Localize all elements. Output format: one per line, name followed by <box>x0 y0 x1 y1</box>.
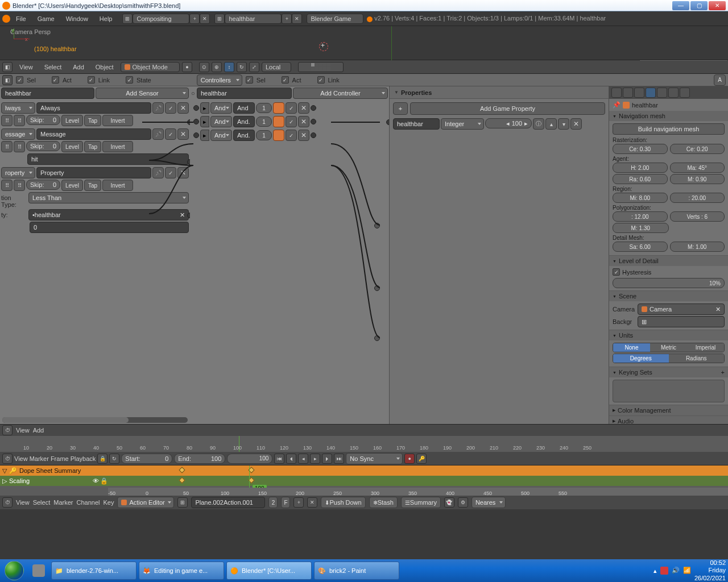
check-icon[interactable]: ✓ <box>165 128 176 140</box>
sensor-name-property[interactable]: Property <box>36 167 151 178</box>
level-button[interactable]: Level <box>61 141 83 152</box>
sync-icon[interactable]: ↻ <box>109 454 119 464</box>
timeline-ruler[interactable]: 1020304050607080901001101201301401501601… <box>0 436 728 452</box>
dope-mode[interactable]: Action Editor <box>117 497 174 508</box>
stash-button[interactable]: ❄ Stash <box>369 497 398 508</box>
push-down-button[interactable]: ⬇ Push Down <box>321 497 365 508</box>
tl-frame[interactable]: Frame <box>51 455 69 462</box>
editor-type-icon[interactable]: ◧ <box>2 62 13 72</box>
move-down-icon[interactable]: ▾ <box>558 118 569 130</box>
socket-icon[interactable] <box>374 285 380 291</box>
ctrl-state[interactable]: 1 <box>256 117 272 127</box>
controller-and-3[interactable]: ▸ And And. 1 ✓ ✕ <box>193 130 386 141</box>
delete-icon[interactable]: ✕ <box>177 167 189 178</box>
scene-browse-icon[interactable]: ⊞ <box>214 14 225 24</box>
socket-icon[interactable] <box>193 105 199 111</box>
shading-icon[interactable]: ● <box>182 62 192 72</box>
prop-name-field[interactable]: healthbar <box>393 118 440 130</box>
chk-sel2[interactable] <box>246 76 253 84</box>
sensor-name-always[interactable]: Always <box>36 102 151 114</box>
pin-icon[interactable] <box>152 128 164 140</box>
start-frame[interactable]: Start:0 <box>121 454 172 464</box>
pulse-false-icon[interactable]: ⠿ <box>14 115 25 126</box>
tl-add[interactable]: Add <box>33 427 44 434</box>
socket-icon[interactable] <box>311 132 316 138</box>
ctrl-state[interactable]: 1 <box>256 130 272 140</box>
priority-icon[interactable] <box>273 102 284 114</box>
delete-icon[interactable]: ✕ <box>177 102 189 114</box>
action-browse-icon[interactable]: ⊞ <box>177 497 188 508</box>
panel-scene[interactable]: Scene <box>609 291 728 301</box>
action-add-icon[interactable]: + <box>293 497 304 508</box>
pulse-true-icon[interactable]: ⠿ <box>1 141 13 152</box>
delete-icon[interactable]: ✕ <box>298 116 309 127</box>
timeline-editor-icon[interactable]: ⏱ <box>2 425 13 435</box>
priority-icon[interactable] <box>273 116 284 127</box>
menu-help[interactable]: Help <box>94 15 118 22</box>
property-field[interactable]: • healthbar✕ <box>28 209 189 221</box>
level-button[interactable]: Level <box>61 115 83 126</box>
tl-view[interactable]: View <box>16 427 30 434</box>
layout-selector[interactable]: Compositing <box>133 14 189 24</box>
delete-icon[interactable]: ✕ <box>298 102 309 114</box>
sensor-type-always[interactable]: lways <box>1 102 35 114</box>
logic-editor-icon[interactable]: ◧ <box>2 75 13 85</box>
tab-render-icon[interactable] <box>611 88 622 98</box>
ghost-icon[interactable]: 👻 <box>444 497 454 508</box>
level-button[interactable]: Level <box>61 180 83 191</box>
ctrl-name[interactable]: And <box>233 102 255 114</box>
taskbar-item[interactable]: 🟠Blender* [C:\User... <box>226 562 312 580</box>
invert-button[interactable]: Invert <box>102 180 133 191</box>
tl-playback[interactable]: Playback <box>71 455 96 462</box>
socket-icon[interactable] <box>193 119 199 124</box>
sensor-always[interactable]: lways Always ✓ ✕ ⠿ ⠿ Skip: 0 Level Tap I… <box>1 102 189 126</box>
value-field[interactable]: 0 <box>30 222 189 233</box>
menu-game[interactable]: Game <box>32 15 60 22</box>
poly-m[interactable]: M: 1.30 <box>613 223 669 233</box>
agent-ra[interactable]: Ra: 0.60 <box>613 174 668 184</box>
chk-sel[interactable] <box>16 76 23 84</box>
ctrl-state[interactable]: 1 <box>256 103 272 113</box>
start-button[interactable] <box>2 559 26 582</box>
cell-size[interactable]: Ce: 0.30 <box>613 144 668 154</box>
sensor-property[interactable]: roperty Property ✓ ✕ ⠿ ⠿ Skip: 0 Level T… <box>1 167 189 233</box>
build-nav-button[interactable]: Build navigation mesh <box>613 123 725 135</box>
panel-keying[interactable]: Keying Sets+ <box>609 367 728 377</box>
chk-state[interactable] <box>126 76 133 84</box>
tab-scene-icon[interactable] <box>634 88 644 98</box>
invert-button[interactable]: Invert <box>102 141 133 152</box>
tl-ctrl-view[interactable]: View <box>14 455 28 462</box>
play-icon[interactable]: ▸ <box>310 454 320 464</box>
dope-editor-icon[interactable]: ⏱ <box>2 497 13 508</box>
pulse-true-icon[interactable]: ⠿ <box>1 180 13 191</box>
pulse-false-icon[interactable]: ⠿ <box>14 180 25 191</box>
actuator-add[interactable]: A <box>714 74 726 86</box>
tab-constraints-icon[interactable] <box>668 88 679 98</box>
pulse-false-icon[interactable]: ⠿ <box>14 141 25 152</box>
eval-type-dropdown[interactable]: Less Than <box>28 192 189 203</box>
properties-tabs[interactable] <box>609 86 728 99</box>
mute-icon[interactable]: 👁 <box>93 477 99 485</box>
dope-summary-row[interactable]: ▽🔑Dope Sheet Summary <box>0 465 728 476</box>
pinned-app-icon[interactable] <box>28 564 49 577</box>
dope-marker[interactable]: Marker <box>53 499 73 506</box>
action-users[interactable]: 2 <box>268 497 278 508</box>
pivot-icon[interactable]: ⊙ <box>199 62 209 72</box>
add-controller-dropdown[interactable]: Add Controller <box>293 88 388 99</box>
scene-add-icon[interactable]: + <box>282 14 292 24</box>
chk-link2[interactable] <box>317 76 325 84</box>
info-icon[interactable]: ⓘ <box>533 118 544 130</box>
sensor-type-property[interactable]: roperty <box>1 167 35 178</box>
check-icon[interactable]: ✓ <box>286 116 297 127</box>
jump-end-icon[interactable]: ⏭ <box>334 454 344 464</box>
antivirus-icon[interactable] <box>660 567 668 575</box>
detail-sa[interactable]: Sa: 6.00 <box>613 242 668 252</box>
panel-audio[interactable]: Audio <box>609 416 728 424</box>
check-icon[interactable]: ✓ <box>165 167 176 178</box>
tl-editor-icon[interactable]: ⏱ <box>2 454 13 464</box>
panel-lod[interactable]: Level of Detail <box>609 256 728 266</box>
keyframe-prev-icon[interactable]: ⏴ <box>286 454 296 464</box>
tl-marker[interactable]: Marker <box>30 455 49 462</box>
end-frame[interactable]: End:100 <box>174 454 225 464</box>
panel-color-mgmt[interactable]: Color Management <box>609 405 728 415</box>
